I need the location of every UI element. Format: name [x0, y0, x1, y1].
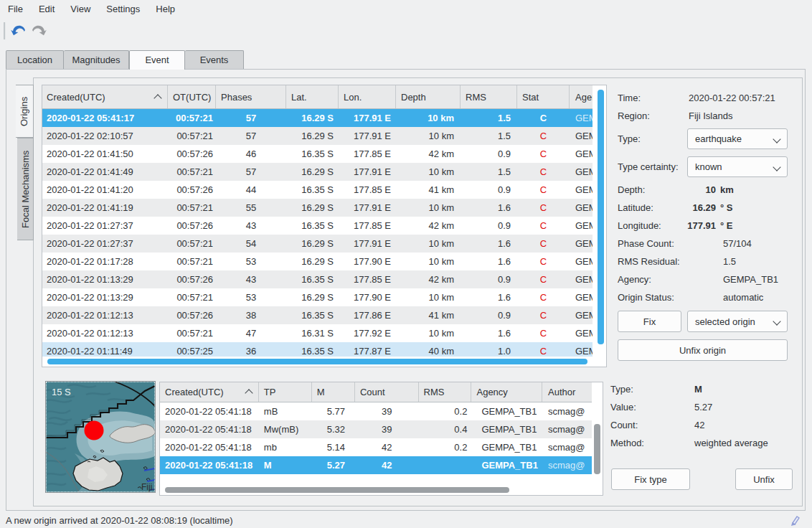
origin-row[interactable]: 2020-01-22 05:41:17 00:57:21 57 16.29 S …: [42, 109, 593, 127]
cell-created: 2020-01-22 01:41:49: [42, 163, 168, 181]
origin-row[interactable]: 2020-01-22 01:12:13 00:57:21 47 16.31 S …: [42, 324, 593, 342]
origin-row[interactable]: 2020-01-22 01:13:29 00:57:21 53 16.29 S …: [42, 288, 593, 306]
origin-row[interactable]: 2020-01-22 01:41:19 00:57:21 55 16.29 S …: [42, 199, 593, 217]
cell-ot: 00:57:26: [168, 306, 216, 324]
certainty-combo[interactable]: known: [687, 156, 788, 177]
menu-edit[interactable]: Edit: [31, 0, 62, 18]
col-mag-count[interactable]: Count: [355, 382, 419, 402]
magnitude-row[interactable]: 2020-01-22 05:41:18 Mw(mB) 5.32 39 0.4 G…: [160, 420, 592, 438]
cell-m: 5.14: [312, 438, 355, 456]
origin-row[interactable]: 2020-01-22 02:10:57 00:57:21 57 16.29 S …: [42, 127, 593, 145]
col-depth[interactable]: Depth: [396, 85, 461, 108]
cell-lat: 16.35 S: [286, 306, 339, 324]
tab-magnitudes[interactable]: Magnitudes: [64, 50, 129, 69]
cell-lat: 16.29 S: [286, 288, 339, 306]
col-mag-tp[interactable]: TP: [259, 382, 312, 402]
mag-method-label: Method:: [610, 438, 644, 448]
depth-label: Depth:: [618, 184, 645, 195]
origin-row[interactable]: 2020-01-22 01:11:49 00:57:25 36 16.35 S …: [42, 342, 593, 357]
cell-lat: 16.29 S: [286, 199, 339, 217]
fix-button[interactable]: Fix: [618, 311, 681, 332]
col-mag-created[interactable]: Created(UTC): [160, 382, 259, 402]
origins-vscroll-handle[interactable]: [598, 90, 604, 344]
cell-stat: C: [517, 324, 570, 342]
cell-stat: C: [517, 181, 570, 199]
origin-row[interactable]: 2020-01-22 01:12:13 00:57:26 38 16.35 S …: [42, 306, 593, 324]
cell-m: 5.27: [312, 456, 355, 474]
cell-tp: mb: [259, 438, 312, 456]
magnitudes-hscrollbar[interactable]: [160, 485, 603, 495]
origin-row[interactable]: 2020-01-22 01:41:49 00:57:21 57 16.29 S …: [42, 163, 593, 181]
time-value: 2020-01-22 00:57:21: [689, 93, 775, 103]
type-combo[interactable]: earthquake: [687, 128, 788, 149]
cell-depth: 10 km: [396, 109, 461, 127]
menu-settings[interactable]: Settings: [98, 0, 148, 18]
magnitudes-hscroll-handle[interactable]: [165, 487, 509, 493]
tab-events[interactable]: Events: [185, 50, 244, 69]
unfix-origin-button[interactable]: Unfix origin: [618, 339, 788, 361]
origin-row[interactable]: 2020-01-22 01:27:37 00:57:26 43 16.35 S …: [42, 217, 593, 235]
col-agency[interactable]: Agency: [570, 85, 593, 108]
latitude-unit: ° S: [720, 202, 732, 213]
undo-button[interactable]: [10, 22, 27, 39]
col-mag-rms[interactable]: RMS: [419, 382, 472, 402]
cell-author: scmag@: [542, 438, 592, 456]
fix-origin-combo[interactable]: selected origin: [687, 311, 788, 332]
origin-row[interactable]: 2020-01-22 01:27:37 00:57:21 54 16.29 S …: [42, 235, 593, 253]
cell-depth: 10 km: [396, 288, 461, 306]
origin-row[interactable]: 2020-01-22 01:13:29 00:57:26 43 16.35 S …: [42, 270, 593, 288]
col-mag-m[interactable]: M: [312, 382, 355, 402]
cell-agency: GEMPA_TB1: [570, 270, 593, 288]
tab-event[interactable]: Event: [129, 50, 185, 70]
toolbar-handle[interactable]: [4, 22, 6, 39]
origins-vscrollbar[interactable]: [595, 85, 606, 357]
unfix-button[interactable]: Unfix: [735, 468, 793, 490]
cell-lat: 16.31 S: [286, 324, 339, 342]
cell-depth: 42 km: [396, 145, 461, 163]
origin-row[interactable]: 2020-01-22 01:41:20 00:57:26 44 16.35 S …: [42, 181, 593, 199]
longitude-unit: ° E: [720, 220, 732, 231]
col-lat[interactable]: Lat.: [286, 85, 339, 108]
col-mag-agency[interactable]: Agency: [471, 382, 542, 402]
cell-agency: GEMPA_TB1: [570, 217, 593, 235]
cell-lon: 177.85 E: [339, 217, 396, 235]
cell-agency: GEMPA_TB1: [570, 181, 593, 199]
col-stat[interactable]: Stat: [517, 85, 570, 108]
magnitudes-vscroll-handle[interactable]: [594, 424, 600, 474]
mag-method-value: weighted average: [694, 438, 768, 448]
epicenter-map[interactable]: 15 S Fiji: [45, 381, 156, 493]
latitude-label: Latitude:: [618, 202, 653, 213]
cell-phases: 44: [216, 181, 286, 199]
origins-hscrollbar[interactable]: [42, 357, 606, 367]
magnitude-row[interactable]: 2020-01-22 05:41:18 M 5.27 42 GEMPA_TB1 …: [160, 456, 592, 474]
magnitudes-vscrollbar[interactable]: [592, 382, 603, 485]
tab-location[interactable]: Location: [6, 50, 64, 69]
magnitude-row[interactable]: 2020-01-22 05:41:18 mb 5.14 42 0.2 GEMPA…: [160, 438, 592, 456]
cell-created: 2020-01-22 02:10:57: [42, 127, 168, 145]
menu-help[interactable]: Help: [148, 0, 183, 18]
mag-value-label: Value:: [610, 402, 636, 412]
origin-row[interactable]: 2020-01-22 01:17:28 00:57:21 53 16.29 S …: [42, 253, 593, 270]
origins-hscroll-handle[interactable]: [47, 359, 587, 364]
cell-ot: 00:57:21: [168, 235, 216, 253]
redo-button[interactable]: [30, 22, 47, 39]
menu-file[interactable]: File: [0, 0, 31, 18]
col-rms[interactable]: RMS: [461, 85, 517, 108]
fix-type-button[interactable]: Fix type: [611, 468, 690, 490]
magnitude-row[interactable]: 2020-01-22 05:41:18 mB 5.77 39 0.2 GEMPA…: [160, 402, 592, 420]
mag-value-value: 5.27: [694, 402, 712, 412]
origin-row[interactable]: 2020-01-22 01:41:50 00:57:26 46 16.35 S …: [42, 145, 593, 163]
col-created[interactable]: Created(UTC): [42, 85, 168, 108]
col-ot[interactable]: OT(UTC): [168, 85, 216, 108]
menu-view[interactable]: View: [62, 0, 98, 18]
cell-phases: 53: [216, 288, 286, 306]
cell-ot: 00:57:21: [168, 109, 216, 127]
cell-phases: 43: [216, 217, 286, 235]
col-phases[interactable]: Phases: [216, 85, 286, 108]
cell-depth: 41 km: [396, 181, 461, 199]
side-tab-origins[interactable]: Origins: [16, 85, 34, 138]
col-mag-author[interactable]: Author: [542, 382, 592, 402]
side-tab-focal-mechanisms[interactable]: Focal Mechanisms: [17, 138, 34, 240]
cell-created: 2020-01-22 01:12:13: [42, 324, 168, 342]
col-lon[interactable]: Lon.: [339, 85, 396, 108]
